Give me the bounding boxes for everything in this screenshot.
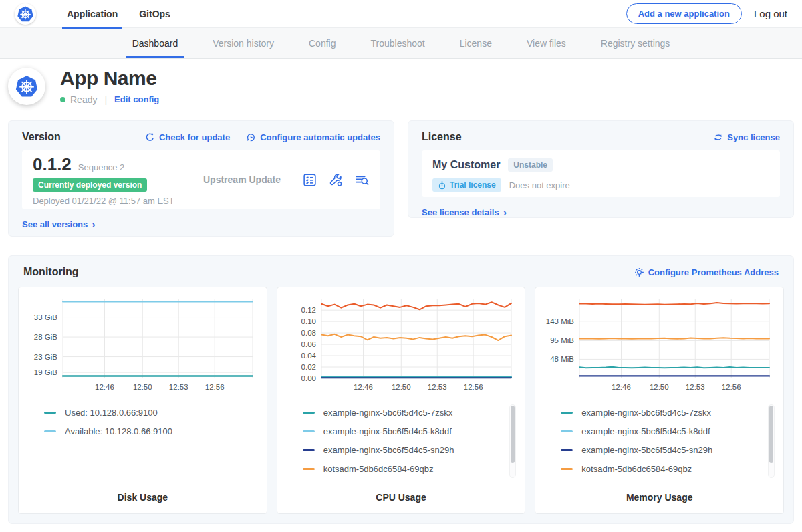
configure-prometheus-label: Configure Prometheus Address bbox=[648, 267, 779, 277]
disk-usage-chart: 12:4612:5012:5312:5633 GiB28 GiB23 GiB19… bbox=[25, 294, 258, 394]
version-card-title: Version bbox=[22, 131, 61, 143]
legend-label: Used: 10.128.0.66:9100 bbox=[65, 408, 158, 418]
status-label: Ready bbox=[70, 94, 97, 105]
svg-text:12:46: 12:46 bbox=[612, 383, 631, 391]
legend-swatch bbox=[44, 412, 56, 414]
divider: | bbox=[97, 94, 114, 105]
logout-button[interactable]: Log out bbox=[754, 8, 787, 19]
svg-text:12:46: 12:46 bbox=[354, 383, 373, 391]
legend-item: example-nginx-5bc6f5d4c5-7zskx bbox=[561, 403, 765, 422]
sequence-label: Sequence 2 bbox=[78, 162, 124, 172]
configure-automatic-updates-label: Configure automatic updates bbox=[260, 132, 380, 142]
configure-automatic-updates-link[interactable]: Configure automatic updates bbox=[246, 132, 380, 142]
kubernetes-logo bbox=[15, 3, 36, 25]
trial-license-badge: Trial license bbox=[432, 178, 501, 192]
legend-item: example-nginx-5bc6f5d4c5-k8ddf bbox=[303, 422, 507, 440]
license-card-title: License bbox=[422, 131, 462, 143]
svg-text:12:50: 12:50 bbox=[133, 383, 152, 391]
svg-text:12:53: 12:53 bbox=[428, 383, 447, 391]
legend-swatch bbox=[561, 468, 573, 470]
view-logs-icon[interactable] bbox=[354, 172, 370, 188]
svg-text:0.00: 0.00 bbox=[301, 374, 315, 382]
clock-refresh-icon bbox=[246, 132, 256, 142]
edit-config-link[interactable]: Edit config bbox=[114, 94, 159, 104]
svg-text:12:56: 12:56 bbox=[463, 383, 483, 391]
see-license-details-label: See license details bbox=[422, 207, 499, 217]
svg-text:0.02: 0.02 bbox=[301, 363, 315, 371]
legend-scrollbar[interactable] bbox=[768, 404, 775, 478]
release-notes-icon[interactable] bbox=[302, 172, 317, 188]
charts-row: 12:4612:5012:5312:5633 GiB28 GiB23 GiB19… bbox=[18, 287, 784, 514]
app-sub-nav: Dashboard Version history Config Trouble… bbox=[0, 28, 802, 59]
monitoring-title: Monitoring bbox=[23, 266, 79, 278]
tab-config[interactable]: Config bbox=[291, 28, 353, 58]
tab-gitops[interactable]: GitOps bbox=[128, 0, 181, 28]
current-version-row: 0.1.2 Sequence 2 Currently deployed vers… bbox=[22, 150, 380, 209]
legend-item: Used: 10.128.0.66:9100 bbox=[44, 403, 248, 422]
svg-text:12:53: 12:53 bbox=[686, 383, 705, 391]
deployed-status-badge: Currently deployed version bbox=[33, 178, 147, 192]
svg-text:95 MiB: 95 MiB bbox=[551, 336, 575, 344]
legend-label: example-nginx-5bc6f5d4c5-7zskx bbox=[323, 408, 453, 418]
legend-swatch bbox=[303, 449, 315, 451]
legend-item: example-nginx-5bc6f5d4c5-sn29h bbox=[561, 440, 765, 459]
legend-item: example-nginx-5bc6f5d4c5-k8ddf bbox=[561, 422, 765, 440]
svg-text:0.10: 0.10 bbox=[301, 317, 315, 325]
svg-text:48 MiB: 48 MiB bbox=[551, 355, 575, 363]
svg-text:0.04: 0.04 bbox=[301, 352, 316, 360]
check-for-update-label: Check for update bbox=[159, 132, 230, 142]
kubernetes-logo-icon bbox=[17, 5, 34, 23]
app-header: App Name Ready | Edit config bbox=[0, 59, 802, 115]
legend-scrollbar-thumb[interactable] bbox=[769, 406, 773, 463]
tab-version-history[interactable]: Version history bbox=[195, 28, 291, 58]
svg-text:12:46: 12:46 bbox=[95, 383, 114, 391]
app-avatar bbox=[8, 68, 45, 105]
legend-scrollbar[interactable] bbox=[509, 404, 516, 478]
cpu-usage-card: 12:4612:5012:5312:560.120.100.080.060.04… bbox=[277, 287, 526, 514]
tab-view-files[interactable]: View files bbox=[509, 28, 583, 58]
legend-label: kotsadm-5db6dc6584-69qbz bbox=[323, 464, 434, 474]
svg-text:23 GiB: 23 GiB bbox=[34, 353, 57, 361]
chart-title: Memory Usage bbox=[542, 492, 777, 503]
svg-text:12:53: 12:53 bbox=[169, 383, 188, 391]
see-license-details-link[interactable]: See license details › bbox=[422, 207, 507, 217]
check-for-update-link[interactable]: Check for update bbox=[145, 132, 230, 142]
svg-text:143 MiB: 143 MiB bbox=[546, 317, 575, 325]
version-source-label: Upstream Update bbox=[203, 174, 281, 185]
chart-legend: Used: 10.128.0.66:9100Available: 10.128.… bbox=[25, 403, 260, 440]
tab-registry-settings[interactable]: Registry settings bbox=[583, 28, 687, 58]
disk-usage-card: 12:4612:5012:5312:5633 GiB28 GiB23 GiB19… bbox=[18, 287, 267, 514]
page-title: App Name bbox=[60, 68, 159, 88]
channel-badge: Unstable bbox=[508, 158, 553, 172]
svg-text:12:50: 12:50 bbox=[650, 383, 669, 391]
cpu-usage-chart: 12:4612:5012:5312:560.120.100.080.060.04… bbox=[284, 294, 517, 394]
legend-swatch bbox=[44, 430, 56, 432]
chart-title: Disk Usage bbox=[25, 492, 260, 503]
legend-item: example-nginx-5bc6f5d4c5-7zskx bbox=[303, 403, 507, 422]
license-card: License Sync license My C bbox=[408, 120, 794, 218]
stopwatch-icon bbox=[438, 181, 446, 190]
svg-text:0.08: 0.08 bbox=[301, 329, 315, 337]
tab-troubleshoot[interactable]: Troubleshoot bbox=[353, 28, 442, 58]
tab-dashboard[interactable]: Dashboard bbox=[115, 28, 196, 58]
config-wrench-icon[interactable] bbox=[328, 172, 344, 188]
memory-usage-chart: 12:4612:5012:5312:56143 MiB95 MiB48 MiB bbox=[542, 294, 775, 394]
sync-arrows-icon bbox=[713, 132, 723, 142]
legend-item: kotsadm-5db6dc6584-69qbz bbox=[561, 459, 765, 478]
tab-application[interactable]: Application bbox=[56, 0, 128, 28]
legend-swatch bbox=[303, 468, 315, 470]
legend-label: Available: 10.128.0.66:9100 bbox=[65, 426, 172, 436]
legend-item: example-nginx-5bc6f5d4c5-sn29h bbox=[303, 440, 507, 459]
legend-item: kotsadm-5db6dc6584-69qbz bbox=[303, 459, 507, 478]
legend-swatch bbox=[561, 412, 573, 414]
legend-scrollbar-thumb[interactable] bbox=[511, 406, 515, 463]
configure-prometheus-link[interactable]: Configure Prometheus Address bbox=[634, 267, 779, 277]
tab-license[interactable]: License bbox=[442, 28, 509, 58]
top-nav: Application GitOps Add a new application… bbox=[0, 0, 802, 28]
see-all-versions-link[interactable]: See all versions › bbox=[22, 219, 96, 229]
chart-legend: example-nginx-5bc6f5d4c5-7zskxexample-ng… bbox=[542, 403, 777, 478]
svg-text:12:56: 12:56 bbox=[722, 383, 741, 391]
legend-label: example-nginx-5bc6f5d4c5-sn29h bbox=[323, 445, 454, 455]
sync-license-link[interactable]: Sync license bbox=[713, 132, 780, 142]
add-new-application-button[interactable]: Add a new application bbox=[626, 3, 742, 24]
